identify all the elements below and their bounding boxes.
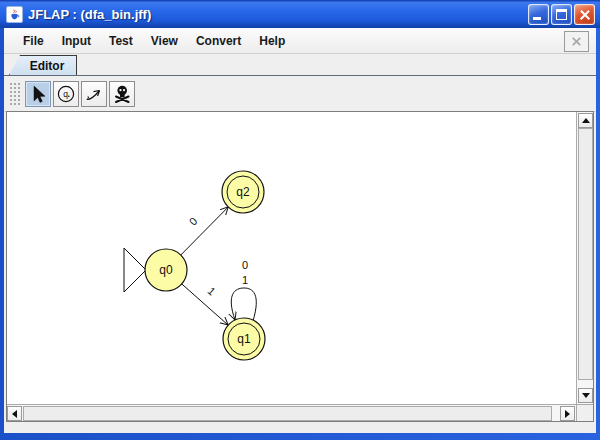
loop-label-1: 1 [242, 274, 248, 286]
menu-test[interactable]: Test [100, 30, 142, 52]
window-content: File Input Test View Convert Help Editor [4, 28, 596, 433]
java-coffee-cup-icon [6, 6, 23, 23]
state-label: q2 [236, 185, 250, 199]
editor-toolbar: q [4, 76, 596, 112]
down-arrow-icon [582, 393, 590, 398]
close-button[interactable] [574, 4, 595, 25]
close-x-icon [570, 35, 583, 48]
state-circle-icon: q [55, 83, 77, 105]
state-q1[interactable]: q1 [223, 318, 265, 360]
transition-q0-q1[interactable]: 1 [182, 284, 229, 325]
right-arrow-icon [565, 410, 570, 418]
transition-label: 1 [205, 284, 217, 297]
maximize-icon [556, 9, 567, 20]
editor-canvas[interactable]: 0 1 0 1 q0 [7, 112, 576, 404]
window-title: JFLAP : (dfa_bin.jff) [28, 7, 528, 22]
transition-q1-loop[interactable]: 0 1 [231, 259, 256, 321]
jflap-window: JFLAP : (dfa_bin.jff) File Input Test Vi… [0, 0, 600, 440]
scroll-left-button[interactable] [7, 406, 22, 421]
skull-crossbones-icon [111, 83, 133, 105]
scroll-up-button[interactable] [578, 113, 593, 128]
toolbar-drag-handle[interactable] [8, 81, 21, 107]
scroll-right-button[interactable] [560, 406, 575, 421]
menu-convert[interactable]: Convert [187, 30, 250, 52]
state-label: q0 [159, 263, 173, 277]
minimize-icon [533, 17, 541, 20]
up-arrow-icon [582, 118, 590, 123]
cursor-arrow-icon [27, 83, 49, 105]
minimize-button[interactable] [528, 4, 549, 25]
left-arrow-icon [12, 410, 17, 418]
transition-tool-button[interactable] [81, 81, 107, 107]
tab-editor[interactable]: Editor [9, 55, 77, 75]
scroll-down-button[interactable] [578, 388, 593, 403]
transition-q0-q2[interactable]: 0 [181, 207, 229, 255]
delete-tool-button[interactable] [109, 81, 135, 107]
automaton-graph: 0 1 0 1 q0 [7, 112, 576, 404]
state-label: q1 [237, 332, 251, 346]
attribute-tool-button[interactable] [25, 81, 51, 107]
loop-label-0: 0 [242, 259, 248, 271]
vertical-scrollbar[interactable] [576, 112, 593, 404]
vertical-scroll-thumb[interactable] [578, 128, 593, 380]
maximize-button[interactable] [551, 4, 572, 25]
menu-view[interactable]: View [142, 30, 187, 52]
menu-help[interactable]: Help [250, 30, 294, 52]
horizontal-scroll-thumb[interactable] [23, 406, 552, 421]
state-q2[interactable]: q2 [222, 171, 264, 213]
svg-text:q: q [63, 89, 68, 99]
horizontal-scrollbar[interactable] [7, 404, 576, 421]
state-q0[interactable]: q0 [145, 249, 187, 291]
dismiss-tab-button[interactable] [564, 31, 589, 52]
title-bar[interactable]: JFLAP : (dfa_bin.jff) [0, 0, 600, 28]
menu-input[interactable]: Input [53, 30, 100, 52]
transition-label: 0 [187, 215, 200, 228]
tab-strip: Editor [4, 54, 596, 76]
tab-editor-label: Editor [30, 59, 65, 73]
initial-state-marker [124, 248, 146, 292]
menu-bar: File Input Test View Convert Help [4, 28, 596, 54]
state-tool-button[interactable]: q [53, 81, 79, 107]
menu-file[interactable]: File [14, 30, 53, 52]
transition-arrow-icon [83, 83, 105, 105]
canvas-area: 0 1 0 1 q0 [7, 112, 593, 421]
scrollbar-corner [576, 404, 593, 421]
